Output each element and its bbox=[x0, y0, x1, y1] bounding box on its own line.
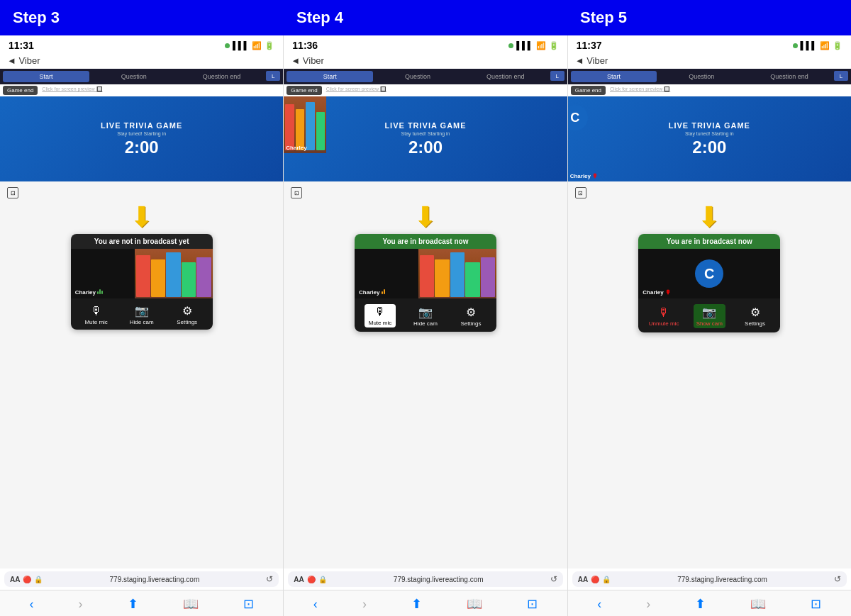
step3-expand-icon[interactable]: ⊡ bbox=[7, 187, 18, 198]
step4-broadcast-video: Charley bbox=[355, 249, 496, 298]
tab-question-3[interactable]: Question bbox=[91, 71, 177, 82]
step5-broadcast-card: You are in broadcast now C Charley 🎙 🎙 U… bbox=[638, 234, 780, 332]
step5-stream-title: LIVE TRIVIA GAME bbox=[669, 121, 750, 130]
step5-time: 11:37 bbox=[577, 40, 602, 51]
step3-aa: AA bbox=[10, 576, 20, 583]
step5-stream-overlay: LIVE TRIVIA GAME Stay tuned! Starting in… bbox=[568, 96, 851, 181]
step3-broadcast-status: You are not in broadcast yet bbox=[71, 234, 213, 249]
screen-preview-link-4[interactable]: Click for screen preview 🔲 bbox=[323, 86, 389, 95]
step4-icons: ▌▌▌ 📶 🔋 bbox=[508, 41, 558, 50]
step3-settings-label: Settings bbox=[177, 319, 197, 325]
step4-app-name[interactable]: ◄ Viber bbox=[291, 55, 324, 66]
step4-expand-icon[interactable]: ⊡ bbox=[291, 187, 302, 198]
step4-mic-indicator bbox=[382, 289, 385, 294]
step3-forward-btn[interactable]: › bbox=[73, 595, 89, 613]
step3-mic-indicator bbox=[97, 289, 103, 294]
wifi-icon-5: 📶 bbox=[820, 41, 830, 50]
step3-cam-icon: 📷 bbox=[135, 304, 149, 318]
step5-phone: 11:37 ▌▌▌ 📶 🔋 ◄ Viber Start Question Que… bbox=[568, 35, 851, 181]
step3-stream-overlay: LIVE TRIVIA GAME Stay tuned! Starting in… bbox=[0, 96, 283, 181]
step4-tabs-btn[interactable]: ⊡ bbox=[521, 595, 543, 613]
battery-icon: 🔋 bbox=[265, 41, 274, 50]
step4-status-bar: 11:36 ▌▌▌ 📶 🔋 bbox=[284, 35, 567, 54]
step5-unmute-btn[interactable]: 🎙 Unmute mic bbox=[648, 306, 679, 327]
step5-middle: ⊡ ⬇ You are in broadcast now C Charley 🎙… bbox=[568, 181, 851, 569]
step5-back-btn[interactable]: ‹ bbox=[591, 595, 607, 613]
step5-share-btn[interactable]: ⬆ bbox=[689, 595, 711, 613]
tab-game-end-4[interactable]: Game end bbox=[287, 86, 321, 95]
step5-app-name[interactable]: ◄ Viber bbox=[575, 55, 608, 66]
tab-start-5[interactable]: Start bbox=[571, 71, 657, 82]
step5-reload-icon[interactable]: ↺ bbox=[834, 574, 841, 584]
step4-url[interactable]: 779.staging.livereacting.com bbox=[330, 576, 547, 583]
step3-app-name[interactable]: ◄ Viber bbox=[7, 55, 40, 66]
step3-back-btn[interactable]: ‹ bbox=[24, 595, 40, 613]
tab-start-3[interactable]: Start bbox=[3, 71, 89, 82]
step4-hide-cam-btn[interactable]: 📷 Hide cam bbox=[410, 306, 441, 327]
step5-bookmarks-btn[interactable]: 📖 bbox=[745, 595, 772, 613]
step3-stream-area: LIVE TRIVIA GAME Stay tuned! Starting in… bbox=[0, 96, 283, 181]
step3-settings-icon: ⚙ bbox=[182, 304, 192, 318]
tab-start-4[interactable]: Start bbox=[287, 71, 373, 82]
signal-dot-5 bbox=[793, 43, 798, 48]
tab-game-end-3[interactable]: Game end bbox=[3, 86, 38, 95]
tab-question-end-5[interactable]: Question end bbox=[746, 71, 833, 82]
battery-icon-4: 🔋 bbox=[549, 41, 559, 50]
step5-forward-btn[interactable]: › bbox=[640, 595, 656, 613]
step5-tab-row2: Game end Click for screen preview 🔲 bbox=[568, 84, 851, 96]
step4-reload-icon[interactable]: ↺ bbox=[550, 574, 557, 584]
step3-hide-cam-btn[interactable]: 📷 Hide cam bbox=[126, 304, 157, 325]
step5-settings-btn[interactable]: ⚙ Settings bbox=[740, 306, 771, 327]
wifi-icon-4: 📶 bbox=[536, 41, 546, 50]
step3-bookmarks-btn[interactable]: 📖 bbox=[177, 595, 204, 613]
step5-muted-icon: 🎙 bbox=[665, 289, 671, 296]
signal-bars-5: ▌▌▌ bbox=[801, 41, 817, 50]
step5-broadcast-status: You are in broadcast now bbox=[638, 234, 780, 249]
step5-stream-area: LIVE TRIVIA GAME Stay tuned! Starting in… bbox=[568, 96, 851, 181]
wifi-icon: 📶 bbox=[252, 41, 262, 50]
step3-settings-btn[interactable]: ⚙ Settings bbox=[172, 304, 203, 325]
step4-settings-btn[interactable]: ⚙ Settings bbox=[455, 306, 486, 327]
step4-bookmarks-btn[interactable]: 📖 bbox=[461, 595, 488, 613]
step4-share-btn[interactable]: ⬆ bbox=[406, 595, 428, 613]
screen-preview-link-3[interactable]: Click for screen preview 🔲 bbox=[39, 86, 105, 95]
step4-forward-btn[interactable]: › bbox=[357, 595, 372, 613]
step3-mute-label: Mute mic bbox=[84, 319, 107, 325]
step5-tabs-btn[interactable]: ⊡ bbox=[805, 595, 827, 613]
tab-indicator-4: L bbox=[555, 73, 558, 79]
step4-middle: ⊡ ⬇ You are in broadcast now bbox=[284, 181, 567, 569]
step5-mute-label: Unmute mic bbox=[649, 320, 679, 327]
step3-stream-subtitle: Stay tuned! Starting in bbox=[117, 131, 166, 136]
step3-time: 11:31 bbox=[9, 40, 34, 51]
step4-broadcast-card: You are in broadcast now Charley bbox=[355, 234, 496, 332]
step4-address-bar: AA 🔴 🔒 779.staging.livereacting.com ↺ bbox=[288, 571, 562, 587]
step4-stream-subtitle: Stay tuned! Starting in bbox=[401, 131, 450, 136]
step5-show-cam-btn[interactable]: 📷 Show cam bbox=[694, 304, 725, 328]
step4-hide-label: Hide cam bbox=[413, 320, 438, 327]
tab-question-end-3[interactable]: Question end bbox=[179, 71, 265, 82]
step3-status-bar: 11:31 ▌▌▌ 📶 🔋 bbox=[0, 35, 283, 54]
tab-question-5[interactable]: Question bbox=[658, 71, 745, 82]
tab-question-end-4[interactable]: Question end bbox=[462, 71, 549, 82]
step4-cam-label: Charley bbox=[286, 145, 306, 151]
step3-mute-btn[interactable]: 🎙 Mute mic bbox=[81, 305, 112, 325]
step4-ios-nav: ‹ › ⬆ 📖 ⊡ bbox=[284, 590, 567, 616]
step5-expand-icon[interactable]: ⊡ bbox=[575, 187, 586, 198]
step5-ios-nav: ‹ › ⬆ 📖 ⊡ bbox=[568, 590, 851, 616]
step3-tabs-btn[interactable]: ⊡ bbox=[238, 595, 260, 613]
battery-icon-5: 🔋 bbox=[833, 41, 842, 50]
signal-bars: ▌▌▌ bbox=[233, 41, 249, 50]
step5-broadcast-avatar-c: C bbox=[695, 259, 723, 288]
tab-game-end-5[interactable]: Game end bbox=[571, 86, 606, 95]
step3-reload-icon[interactable]: ↺ bbox=[266, 574, 273, 584]
screen-preview-link-5[interactable]: Click for screen preview 🔲 bbox=[607, 86, 673, 95]
step5-url[interactable]: 779.staging.livereacting.com bbox=[613, 576, 831, 583]
step4-back-btn[interactable]: ‹ bbox=[308, 595, 323, 613]
step4-mute-btn[interactable]: 🎙 Mute mic bbox=[365, 304, 396, 327]
step3-mic-icon: 🎙 bbox=[91, 305, 102, 318]
tab-question-4[interactable]: Question bbox=[374, 71, 461, 82]
step3-share-btn[interactable]: ⬆ bbox=[122, 595, 144, 613]
step4-books bbox=[418, 249, 496, 298]
signal-dot-4 bbox=[508, 43, 513, 48]
step3-url[interactable]: 779.staging.livereacting.com bbox=[45, 576, 263, 583]
